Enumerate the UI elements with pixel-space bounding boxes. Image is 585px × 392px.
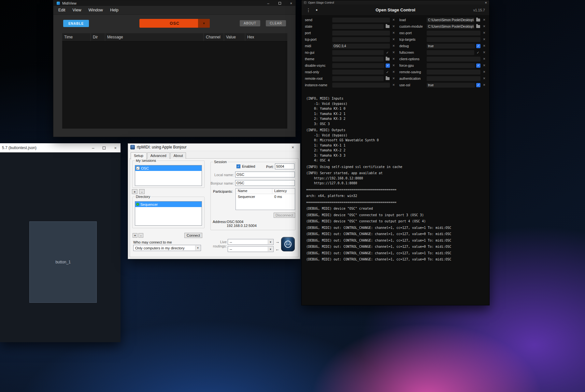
port-input[interactable]: 5004 <box>275 163 294 169</box>
config-input-osc-port[interactable] <box>427 31 480 35</box>
menu-item-window[interactable]: Window <box>85 8 106 12</box>
folder-icon[interactable] <box>385 57 390 62</box>
config-input-remote-root[interactable] <box>332 76 384 81</box>
config-input-debug[interactable]: true <box>427 44 475 49</box>
close-button[interactable]: × <box>288 145 298 150</box>
config-input-remote-saving[interactable] <box>427 70 480 75</box>
folder-icon[interactable] <box>476 18 480 22</box>
clear-field-icon[interactable]: × <box>482 50 487 55</box>
enabled-checkbox[interactable]: ✓ <box>236 164 240 168</box>
checkbox-unchecked-icon[interactable]: ✓ <box>385 50 390 55</box>
config-input-use-ssl[interactable]: true <box>427 83 475 88</box>
checkbox-unchecked-icon[interactable]: ✓ <box>476 50 480 55</box>
clear-field-icon[interactable]: × <box>482 83 487 88</box>
osc-titlebar[interactable]: Open Stage Control × <box>302 0 489 5</box>
checkbox-checked-icon[interactable]: ✓ <box>476 44 480 48</box>
routing-output-select[interactable]: -- ▼ <box>228 246 274 252</box>
clear-field-icon[interactable]: × <box>482 18 487 22</box>
menu-icon[interactable]: ⋮ <box>306 7 311 13</box>
clear-field-icon[interactable]: × <box>391 70 396 75</box>
table-body[interactable] <box>62 41 287 129</box>
config-input-tcp-targets[interactable] <box>427 37 480 42</box>
config-input-load[interactable]: C:\Users\Simon Poole\Desktop\ <box>427 18 474 22</box>
clear-field-icon[interactable]: × <box>391 24 396 29</box>
add-directory-button[interactable]: + <box>133 233 137 238</box>
checkbox-unchecked-icon[interactable]: ✓ <box>385 70 390 75</box>
add-session-button[interactable]: + <box>132 189 137 194</box>
rtpmidi-titlebar[interactable]: rtpMIDI: using Apple Bonjour × <box>128 144 300 151</box>
sessions-list[interactable]: ✓ OSC <box>135 165 202 186</box>
config-input-instance-name[interactable] <box>332 83 390 88</box>
connect-button[interactable]: Connect <box>184 233 202 238</box>
about-button[interactable]: ABOUT <box>240 20 260 26</box>
participant-row[interactable]: Sequencer 0 ms <box>236 194 295 199</box>
tab-setup[interactable]: Setup <box>131 152 147 160</box>
config-input-midi[interactable]: OSC:3,4 <box>332 44 390 49</box>
config-input-port[interactable] <box>332 31 390 35</box>
clear-field-icon[interactable]: × <box>391 18 396 22</box>
minimize-button[interactable]: – <box>92 146 94 150</box>
clear-field-icon[interactable]: × <box>391 57 396 62</box>
close-button[interactable]: × <box>485 1 487 5</box>
clear-field-icon[interactable]: × <box>482 24 487 29</box>
config-input-read-only[interactable] <box>332 70 384 75</box>
checkbox-checked-icon[interactable]: ✓ <box>386 63 390 68</box>
checkbox-checked-icon[interactable]: ✓ <box>476 63 480 68</box>
maximize-button[interactable] <box>103 147 106 149</box>
participants-table[interactable]: Name Latency Sequencer 0 ms <box>235 188 295 210</box>
checkbox-checked-icon[interactable]: ✓ <box>136 166 140 170</box>
bonjour-name-input[interactable]: OSC <box>235 180 295 186</box>
stop-icon[interactable]: ■ <box>316 8 318 11</box>
session-list-item[interactable]: ✓ OSC <box>135 165 202 171</box>
clear-field-icon[interactable]: × <box>391 63 396 68</box>
clear-field-icon[interactable]: × <box>391 83 396 88</box>
midiview-titlebar[interactable]: MidiView – × <box>53 0 295 6</box>
who-may-connect-select[interactable]: Only computers in my directory ▼ <box>133 245 201 251</box>
local-name-input[interactable]: OSC <box>235 172 295 177</box>
console-output[interactable]: (INFO, MIDI) Inputs -1: Void (bypass) 0:… <box>302 92 489 305</box>
clear-field-icon[interactable]: × <box>391 44 396 49</box>
config-input-fullscreen[interactable] <box>427 50 474 55</box>
enable-button[interactable]: ENABLE <box>63 20 89 27</box>
minimize-button[interactable]: – <box>267 1 269 5</box>
config-input-no-gui[interactable] <box>332 50 384 55</box>
tab-about[interactable]: About <box>170 152 186 159</box>
config-input-send[interactable] <box>332 18 390 22</box>
disconnect-button[interactable]: Disconnect <box>274 213 295 218</box>
clear-field-icon[interactable]: × <box>482 44 487 49</box>
directory-list-item[interactable]: Sequencer <box>135 202 202 207</box>
client-titlebar[interactable]: 5.7 (buttontest.json) – × <box>0 143 121 152</box>
clear-field-icon[interactable]: × <box>391 37 396 42</box>
directory-list[interactable]: Sequencer <box>135 201 202 226</box>
clear-field-icon[interactable]: × <box>482 57 487 62</box>
checkbox-checked-icon[interactable]: ✓ <box>476 83 480 87</box>
menu-item-view[interactable]: View <box>69 8 85 12</box>
config-input-custom-module[interactable]: C:\Users\Simon Poole\Desktop\ <box>427 24 474 29</box>
tab-advanced[interactable]: Advanced <box>147 152 170 159</box>
clear-field-icon[interactable]: × <box>482 70 487 75</box>
remove-session-button[interactable]: - <box>139 189 145 194</box>
clear-field-icon[interactable]: × <box>391 31 396 35</box>
clear-field-icon[interactable]: × <box>482 37 487 42</box>
config-input-client-options[interactable] <box>427 57 480 62</box>
menu-item-edit[interactable]: Edit <box>55 8 69 12</box>
routing-input-select[interactable]: -- ▼ <box>228 239 274 245</box>
config-input-disable-vsync[interactable] <box>332 63 384 68</box>
clear-field-icon[interactable]: × <box>391 50 396 55</box>
config-input-force-gpu[interactable] <box>427 63 475 68</box>
folder-icon[interactable] <box>385 24 390 29</box>
clear-field-icon[interactable]: × <box>482 76 487 81</box>
close-button[interactable]: × <box>114 146 117 150</box>
clear-button[interactable]: CLEAR <box>266 20 286 26</box>
clear-field-icon[interactable]: × <box>482 31 487 35</box>
folder-icon[interactable] <box>476 24 480 29</box>
folder-icon[interactable] <box>385 76 390 81</box>
clear-field-icon[interactable]: × <box>482 63 487 68</box>
menu-item-help[interactable]: Help <box>107 8 122 12</box>
close-button[interactable]: × <box>290 1 292 5</box>
config-input-state[interactable] <box>332 24 384 29</box>
remove-directory-button[interactable]: - <box>138 233 143 238</box>
maximize-button[interactable] <box>278 2 281 5</box>
config-input-authentication[interactable] <box>427 76 480 81</box>
config-input-theme[interactable] <box>332 57 384 62</box>
